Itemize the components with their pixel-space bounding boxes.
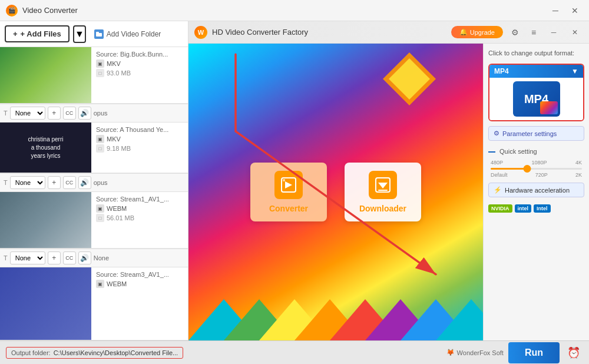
quick-setting-label: Quick setting: [488, 148, 584, 155]
add-files-button[interactable]: + + Add Files: [5, 25, 70, 42]
slider-container: [491, 168, 582, 170]
mp4-preview-img: [540, 101, 558, 114]
quality-labels-top: 480P 1080P 4K: [491, 160, 582, 166]
param-settings-button[interactable]: ⚙ Parameter settings: [488, 126, 584, 141]
audio-btn-2[interactable]: 🔊: [78, 176, 91, 189]
size-label-1: 93.0 MB: [107, 70, 131, 77]
audio-btn-3[interactable]: 🔊: [78, 252, 91, 264]
menu-icon-btn[interactable]: ≡: [527, 25, 541, 39]
video-format-2: ▣ MKV: [96, 135, 183, 143]
hd-right-panel: Click to change output format: MP4 ▼ MP4: [483, 44, 589, 340]
nvidia-badge: NVIDIA: [488, 204, 512, 213]
audio-btn-1[interactable]: 🔊: [78, 107, 91, 120]
folder-icon: [94, 29, 104, 39]
video-info-2: Source: A Thousand Ye... ▣ MKV □ 9.18 MB: [91, 123, 188, 173]
upgrade-button[interactable]: 🔔 Upgrade: [451, 26, 503, 38]
minimize-button[interactable]: ─: [547, 4, 564, 17]
audio-label-3: None: [94, 254, 109, 262]
hd-title-right: 🔔 Upgrade ⚙ ≡ ─ ✕: [451, 25, 583, 39]
slider-track: [491, 168, 582, 170]
hw-icon: ⚡: [494, 186, 502, 194]
video-format-1: ▣ MKV: [96, 59, 183, 68]
format-label-1: MKV: [107, 60, 121, 67]
video-size-2: □ 9.18 MB: [96, 144, 183, 153]
text-icon-3: T: [4, 254, 8, 262]
downloader-icon: [369, 171, 397, 199]
cc-btn-2[interactable]: CC: [63, 176, 76, 189]
add-ctrl-btn-1[interactable]: +: [48, 107, 61, 120]
video-item: Source: Big.Buck.Bunn... ▣ MKV □ 93.0 MB: [0, 47, 188, 104]
converter-label: Converter: [269, 204, 308, 213]
format-chevron: ▼: [571, 67, 578, 75]
brand-text: WonderFox Soft: [457, 349, 504, 356]
size-icon-1: □: [96, 69, 104, 77]
settings-icon-btn[interactable]: ⚙: [508, 25, 522, 39]
add-files-label: + Add Files: [21, 29, 61, 38]
svg-rect-17: [378, 190, 388, 191]
add-ctrl-btn-2[interactable]: +: [48, 176, 61, 189]
quality-labels-bottom: Default 720P 2K: [491, 172, 582, 178]
center-panel: W HD Video Converter Factory 🔔 Upgrade ⚙…: [188, 21, 589, 340]
format-selector[interactable]: MP4 ▼ MP4: [488, 64, 584, 121]
brand-icon: 🦊: [446, 349, 455, 356]
hd-minimize-button[interactable]: ─: [545, 26, 562, 39]
text-icon-2: T: [4, 179, 8, 186]
chevron-down-icon: ▼: [75, 29, 84, 39]
quality-control: 480P 1080P 4K Defaul: [488, 160, 584, 178]
intel-badge-1: intel: [515, 204, 532, 213]
svg-rect-1: [96, 32, 99, 34]
lyrics-text: christina perria thousandyears lyrics: [23, 131, 68, 165]
svg-marker-3: [389, 58, 430, 100]
app-icon: 🎬: [6, 5, 18, 16]
downloader-card[interactable]: Downloader: [345, 163, 421, 221]
subtitle-select-2[interactable]: None: [10, 176, 45, 189]
title-controls: ─ ✕: [547, 4, 583, 17]
slider-fill: [491, 168, 527, 170]
close-button[interactable]: ✕: [567, 4, 583, 17]
video-info-1: Source: Big.Buck.Bunn... ▣ MKV □ 93.0 MB: [91, 47, 188, 103]
video-source-3: Source: Stream1_AV1_...: [96, 196, 183, 203]
output-folder-container: Output folder: C:\Users\Kevincy\Desktop\…: [6, 347, 183, 359]
video-thumbnail-3: [0, 192, 91, 248]
video-source-2: Source: A Thousand Ye...: [96, 126, 183, 133]
hd-logo-icon: W: [194, 26, 207, 39]
video-format-4: ▣ WEBM: [96, 280, 183, 288]
quick-setting-text: Quick setting: [499, 148, 537, 155]
video-size-3: □ 56.01 MB: [96, 214, 183, 222]
hd-window: W HD Video Converter Factory 🔔 Upgrade ⚙…: [188, 21, 589, 340]
quick-setting-line: [488, 151, 495, 153]
intel-badge-2: Intel: [534, 204, 551, 213]
video-info-4: Source: Stream3_AV1_... ▣ WEBM: [91, 267, 188, 340]
run-button[interactable]: Run: [508, 342, 560, 363]
audio-label-2: opus: [94, 179, 108, 186]
cc-btn-1[interactable]: CC: [63, 107, 76, 120]
subtitle-select-3[interactable]: None: [10, 252, 45, 264]
hw-accel-button[interactable]: ⚡ Hardware acceleration: [488, 183, 584, 197]
downloader-label: Downloader: [359, 204, 406, 213]
toolbar: + + Add Files ▼ Add Video Folder: [0, 21, 188, 47]
upgrade-label: Upgrade: [470, 29, 495, 36]
format-header: MP4 ▼: [489, 65, 583, 78]
alarm-button[interactable]: ⏰: [564, 343, 583, 362]
quality-1080p: 1080P: [531, 160, 547, 166]
slider-thumb[interactable]: [524, 165, 531, 173]
add-folder-label: Add Video Folder: [107, 30, 161, 38]
video-item-3: Source: Stream1_AV1_... ▣ WEBM □ 56.01 M…: [0, 192, 188, 249]
cc-btn-3[interactable]: CC: [63, 252, 76, 264]
output-format-label: Click to change output format:: [488, 49, 584, 57]
converter-card[interactable]: Converter: [250, 163, 327, 221]
subtitle-select-1[interactable]: None: [10, 107, 45, 120]
add-files-dropdown[interactable]: ▼: [73, 25, 86, 43]
video-info-3: Source: Stream1_AV1_... ▣ WEBM □ 56.01 M…: [91, 192, 188, 248]
svg-rect-14: [283, 179, 285, 181]
add-ctrl-btn-3[interactable]: +: [48, 252, 61, 264]
video-thumbnail-1: [0, 47, 91, 103]
output-folder-path: C:\Users\Kevincy\Desktop\Converted File.…: [54, 349, 178, 356]
hd-close-button[interactable]: ✕: [567, 26, 583, 39]
param-icon: ⚙: [494, 130, 499, 137]
control-bar-1: T None + CC 🔊 opus: [0, 104, 188, 123]
format-icon-1: ▣: [96, 59, 104, 68]
video-thumbnail-4: [0, 267, 91, 340]
left-panel: + + Add Files ▼ Add Video Folder Source:: [0, 21, 188, 340]
add-folder-button[interactable]: Add Video Folder: [90, 27, 166, 41]
